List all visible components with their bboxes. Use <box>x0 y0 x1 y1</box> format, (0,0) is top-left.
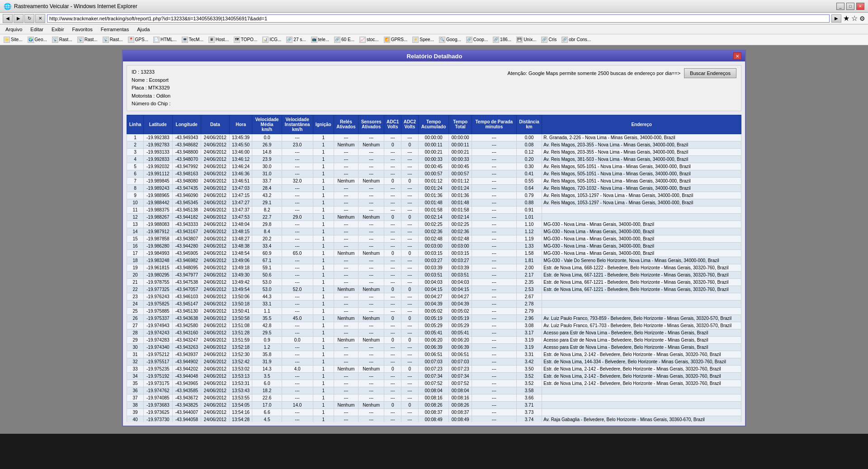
table-cell: --- <box>359 170 384 177</box>
menu-editar[interactable]: Editar <box>27 26 47 33</box>
table-cell: 13:49:42 <box>229 278 252 286</box>
fav-coop[interactable]: 🔗Coop... <box>464 36 490 43</box>
menu-exibir[interactable]: Exibir <box>48 26 68 33</box>
fav-tecm[interactable]: 💻TecM... <box>180 36 205 43</box>
table-cell: 50.6 <box>252 271 282 278</box>
table-container[interactable]: Linha Latitude Longitude Data Hora Veloc… <box>127 115 741 422</box>
address-bar: ◀ ▶ ↻ ✕ ▶ ★ ☆ ⚙ <box>0 13 868 24</box>
table-cell: 36 <box>127 387 144 394</box>
table-cell: 00:08:16 <box>449 394 472 401</box>
fav-geo[interactable]: 🌍Geo... <box>26 36 49 43</box>
info-section: ID : 13233 Nome : Ecosport Placa : MTK33… <box>127 65 741 111</box>
table-cell: 23.0 <box>282 141 313 148</box>
table-cell: --- <box>334 358 358 365</box>
table-cell: Av. Luiz Paulo Franco, 793-859 - Belvede… <box>542 314 741 322</box>
table-cell: --- <box>384 408 401 416</box>
table-cell: 13:47:15 <box>229 192 252 199</box>
forward-button[interactable]: ▶ <box>14 14 24 23</box>
minimize-button[interactable]: _ <box>836 3 844 10</box>
table-cell: 2.67 <box>516 293 542 300</box>
fav-gprs[interactable]: 📶GPRS... <box>382 36 410 43</box>
back-button[interactable]: ◀ <box>3 14 13 23</box>
fav-gps[interactable]: 📍GPS... <box>126 36 150 43</box>
stop-button[interactable]: ✕ <box>35 14 45 23</box>
fav-cris[interactable]: 🔗Cris <box>539 36 558 43</box>
table-cell: --- <box>334 416 358 422</box>
table-cell: 0 <box>401 336 419 343</box>
fav-html[interactable]: 📄HTML... <box>151 36 179 43</box>
fav-60e[interactable]: 🔗60 E... <box>332 36 356 43</box>
table-cell: 0.79 <box>516 192 542 199</box>
table-cell: 24/06/2012 <box>201 358 229 365</box>
close-button[interactable]: ✕ <box>856 3 864 10</box>
fav-stoc[interactable]: 📈stoc... <box>358 36 381 43</box>
table-cell: --- <box>472 314 516 322</box>
fav-topo[interactable]: 🗺TOPO... <box>232 36 259 43</box>
table-cell: --- <box>472 155 516 163</box>
table-row: 32-19.975517-43.94490224/06/201213:52:42… <box>127 358 741 365</box>
table-cell: 00:04:03 <box>449 278 472 286</box>
table-cell: 53.0 <box>252 286 282 293</box>
menu-arquivo[interactable]: Arquivo <box>2 26 26 33</box>
table-cell: Estr. de Nova Lima, 667-1221 - Belvedere… <box>542 271 741 278</box>
go-button[interactable]: ▶ <box>831 14 841 23</box>
table-cell: --- <box>384 278 401 286</box>
fav-tele[interactable]: 📺tele... <box>309 36 331 43</box>
table-cell: 00:00:00 <box>418 134 449 141</box>
fav-rast2[interactable]: 📡Rast... <box>75 36 99 43</box>
table-cell: 19 <box>127 264 144 271</box>
fav-spee[interactable]: ⚡Spee... <box>410 36 436 43</box>
fav-icg[interactable]: 📊ICG... <box>260 36 283 43</box>
table-cell: 3.5 <box>252 372 282 380</box>
modal-close-button[interactable]: ✕ <box>733 52 741 60</box>
fav-rast1[interactable]: 📡Rast... <box>50 36 74 43</box>
refresh-button[interactable]: ↻ <box>24 14 34 23</box>
fav-site[interactable]: ⭐Site... <box>2 36 24 43</box>
fav-186[interactable]: 🔗186... <box>491 36 513 43</box>
table-cell: 1 <box>313 184 334 192</box>
table-row: 22-19.977325-43.94705724/06/201213:49:54… <box>127 286 741 293</box>
col-ignicao: Ignição <box>313 115 334 134</box>
table-cell: Av. Reis Magos, 505-1051 - Nova Lima - M… <box>542 170 741 177</box>
table-cell: 1.2 <box>252 343 282 351</box>
table-cell: --- <box>401 278 419 286</box>
fav-27s[interactable]: 🔗27 s... <box>284 36 307 43</box>
table-cell: 37 <box>127 394 144 401</box>
table-cell: 5 <box>127 163 144 170</box>
table-cell: 13:48:54 <box>229 249 252 257</box>
table-row: 8-19.989243-43.94743524/06/201213:47:032… <box>127 184 741 192</box>
table-cell: Acesso para Estr de Nova Lima - Belveder… <box>542 343 741 351</box>
table-cell <box>542 206 741 213</box>
fav-goog[interactable]: 🔍Goog... <box>437 36 463 43</box>
col-longitude: Longitude <box>172 115 201 134</box>
table-cell: -19.980295 <box>144 271 172 278</box>
table-cell: 24/06/2012 <box>201 380 229 387</box>
table-cell: Estr. de Nova Lima, 667-1221 - Belvedere… <box>542 286 741 293</box>
url-input[interactable] <box>47 14 830 23</box>
table-cell: 00:05:41 <box>418 329 449 336</box>
table-cell: --- <box>472 300 516 307</box>
table-cell: 24/06/2012 <box>201 307 229 314</box>
menu-ajuda[interactable]: Ajuda <box>133 26 153 33</box>
fav-rast3[interactable]: 📡Rast... <box>101 36 125 43</box>
table-row: 20-19.980295-43.94797724/06/201213:49:30… <box>127 271 741 278</box>
restore-button[interactable]: □ <box>846 3 854 10</box>
table-cell: -43.946103 <box>172 293 201 300</box>
table-cell: -19.991112 <box>144 170 172 177</box>
table-cell: --- <box>472 372 516 380</box>
table-cell: -43.943333 <box>172 220 201 228</box>
table-cell: -43.947977 <box>172 271 201 278</box>
table-cell: 13:45:50 <box>229 141 252 148</box>
menu-favoritos[interactable]: Favoritos <box>69 26 96 33</box>
table-cell: 30 <box>127 343 144 351</box>
table-cell: --- <box>334 380 358 387</box>
table-cell: 0 <box>384 286 401 293</box>
menu-ferramentas[interactable]: Ferramentas <box>97 26 132 33</box>
table-cell <box>542 387 741 394</box>
fav-cons[interactable]: 🔗obr Cons... <box>560 36 593 43</box>
fav-host[interactable]: 🖥Host... <box>207 36 231 43</box>
buscar-enderecos-button[interactable]: Buscar Endereços <box>684 68 736 78</box>
info-placa: Placa : MTK3329 <box>132 84 170 92</box>
fav-unix[interactable]: 💾Unix... <box>514 36 538 43</box>
table-cell: 59.1 <box>252 264 282 271</box>
